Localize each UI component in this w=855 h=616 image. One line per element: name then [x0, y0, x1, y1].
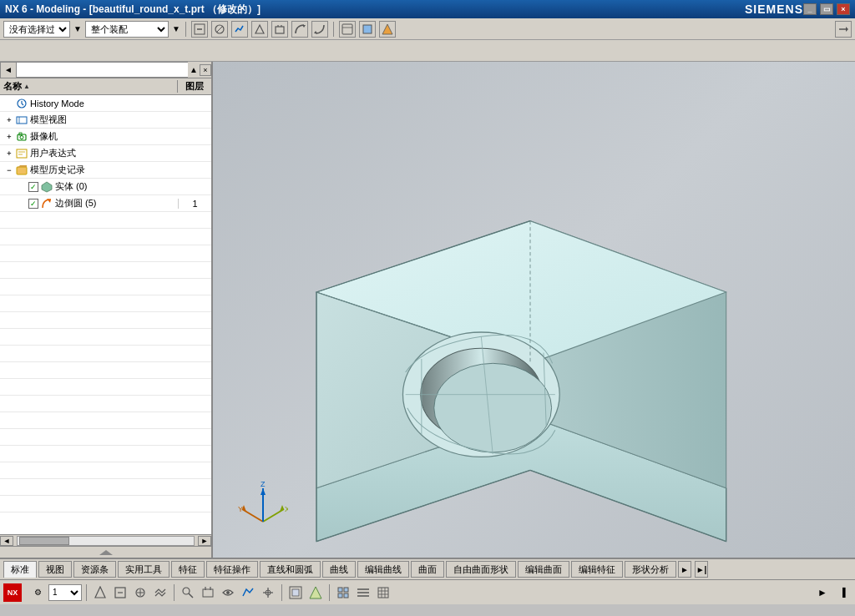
bottom-icon-7[interactable] [219, 583, 237, 602]
tab-feature-op[interactable]: 特征操作 [206, 561, 258, 578]
label-user-expr: 用户表达式 [30, 147, 178, 159]
bottom-icon-3[interactable] [131, 583, 149, 602]
tab-tools[interactable]: 实用工具 [118, 561, 169, 578]
bottom-toolbar: NX ⚙ 1 ► [0, 579, 855, 604]
toolbar-icon-6[interactable] [291, 21, 308, 38]
scrollbar-thumb[interactable] [19, 537, 69, 545]
tree-empty-5 [0, 279, 211, 295]
tree-item-solid[interactable]: ✓ 实体 (0) [0, 179, 211, 195]
bottom-icon-1[interactable] [91, 583, 109, 602]
svg-marker-27 [42, 182, 52, 192]
toolbar-end-btn[interactable] [835, 21, 852, 38]
filter-select[interactable]: 没有选择过滤器 [3, 21, 70, 38]
tab-curve[interactable]: 曲线 [322, 561, 356, 578]
check-solid[interactable]: ✓ [28, 182, 38, 192]
tab-shape-analysis[interactable]: 形状分析 [625, 561, 676, 578]
tree-item-history-mode[interactable]: History Mode [0, 95, 211, 112]
bottom-icon-4[interactable] [151, 583, 169, 602]
expand-history-mode [3, 98, 15, 109]
panel-bottom-bar [0, 546, 211, 558]
layer-edge-circle: 1 [178, 199, 211, 209]
minimize-button[interactable]: _ [803, 3, 817, 15]
toolbar-icon-8[interactable] [339, 21, 356, 38]
expand-solid [17, 181, 28, 193]
tab-view[interactable]: 视图 [38, 561, 72, 578]
panel-scrollbar[interactable]: ◄ ► [0, 534, 211, 546]
tab-line-circle[interactable]: 直线和圆弧 [260, 561, 321, 578]
toolbar-row1: 没有选择过滤器 ▼ 整个装配 ▼ [0, 18, 855, 40]
layer-select[interactable]: 1 [48, 584, 82, 601]
toolbar-icon-10[interactable] [379, 21, 396, 38]
tab-free-surface[interactable]: 自由曲面形状 [446, 561, 516, 578]
bottom-icon-11[interactable] [306, 583, 325, 602]
toolbar-settings-icon[interactable]: ⚙ [28, 583, 47, 602]
tree-item-model-hist[interactable]: − 模型历史记录 [0, 162, 211, 179]
tab-feature[interactable]: 特征 [171, 561, 205, 578]
title-bar: NX 6 - Modeling - [beautiful_round_x_t.p… [0, 0, 855, 18]
tree-item-user-expr[interactable]: + 用户表达式 [0, 145, 211, 162]
toolbar-icon-3[interactable] [231, 21, 248, 38]
panel-close-btn[interactable]: × [200, 64, 211, 76]
tab-edit-curve[interactable]: 编辑曲线 [357, 561, 409, 578]
tree-item-model-view[interactable]: + 模型视图 [0, 112, 211, 129]
svg-rect-22 [17, 149, 27, 158]
expand-camera[interactable]: + [3, 131, 15, 143]
tab-standard[interactable]: 标准 [3, 561, 37, 578]
svg-rect-83 [378, 588, 388, 598]
svg-line-65 [189, 593, 193, 598]
expand-user-expr[interactable]: + [3, 148, 15, 159]
tree-item-camera[interactable]: + 摄像机 [0, 129, 211, 145]
bottom-icon-6[interactable] [199, 583, 217, 602]
bottom-icon-2[interactable] [111, 583, 129, 602]
tab-edit-feature[interactable]: 编辑特征 [571, 561, 623, 578]
svg-rect-79 [344, 593, 348, 598]
tab-more-btn[interactable]: ► [678, 561, 691, 578]
bottom-icon-12[interactable] [334, 583, 352, 602]
toolbar-icon-4[interactable] [251, 21, 268, 38]
bottom-icon-13[interactable] [354, 583, 372, 602]
panel-expand-btn[interactable]: ▲ [188, 64, 200, 76]
sep-b1 [86, 584, 87, 601]
check-edge-circle[interactable]: ✓ [28, 199, 38, 209]
filter-dropdown-icon[interactable]: ▼ [73, 24, 82, 33]
tab-surface[interactable]: 曲面 [411, 561, 444, 578]
tab-end-btn[interactable]: ►| [695, 561, 708, 578]
bottom-icon-9[interactable] [259, 583, 277, 602]
expand-model-view[interactable]: + [3, 114, 15, 126]
bottom-icon-end[interactable]: ▐ [833, 583, 852, 602]
tree-item-edge-circle[interactable]: ✓ 边倒圆 (5) 1 [0, 195, 211, 212]
bottom-icon-14[interactable] [374, 583, 392, 602]
toolbar-icon-2[interactable] [211, 21, 228, 38]
toolbar-icon-7[interactable] [311, 21, 328, 38]
scrollbar-left-btn[interactable]: ◄ [0, 536, 13, 546]
bottom-icon-10[interactable] [286, 583, 305, 602]
tree-empty-13 [0, 412, 211, 429]
toolbar-icon-1[interactable] [191, 21, 208, 38]
bottom-icon-8[interactable] [239, 583, 257, 602]
svg-rect-78 [338, 593, 342, 598]
col-name-header[interactable]: 名称 ▲ [0, 80, 178, 93]
restore-button[interactable]: ▭ [820, 3, 833, 15]
nav-left-arrow[interactable]: ◄ [0, 62, 17, 78]
assembly-select[interactable]: 整个装配 [85, 21, 169, 38]
tab-edit-surface[interactable]: 编辑曲面 [518, 561, 569, 578]
scrollbar-track[interactable] [17, 536, 195, 546]
svg-rect-77 [344, 588, 348, 592]
expand-edge-circle [17, 198, 28, 210]
bottom-icon-more[interactable]: ► [813, 583, 832, 602]
expand-model-hist[interactable]: − [3, 164, 15, 176]
bottom-icon-5[interactable] [179, 583, 197, 602]
toolbar-icon-5[interactable] [271, 21, 288, 38]
close-button[interactable]: × [837, 3, 850, 15]
assembly-dropdown-icon[interactable]: ▼ [172, 24, 180, 33]
svg-text:X: X [285, 505, 288, 513]
tree-empty-16 [0, 462, 211, 479]
toolbar-icon-9[interactable] [359, 21, 376, 38]
svg-rect-25 [17, 167, 27, 174]
scrollbar-right-btn[interactable]: ► [198, 536, 211, 546]
main-layout: ◄ ▲ × 名称 ▲ 图层 History Mode [0, 62, 855, 558]
viewport[interactable]: X Y Z [213, 62, 855, 558]
tab-resources[interactable]: 资源条 [73, 561, 116, 578]
sep-b2 [174, 584, 175, 601]
svg-point-69 [226, 591, 230, 594]
